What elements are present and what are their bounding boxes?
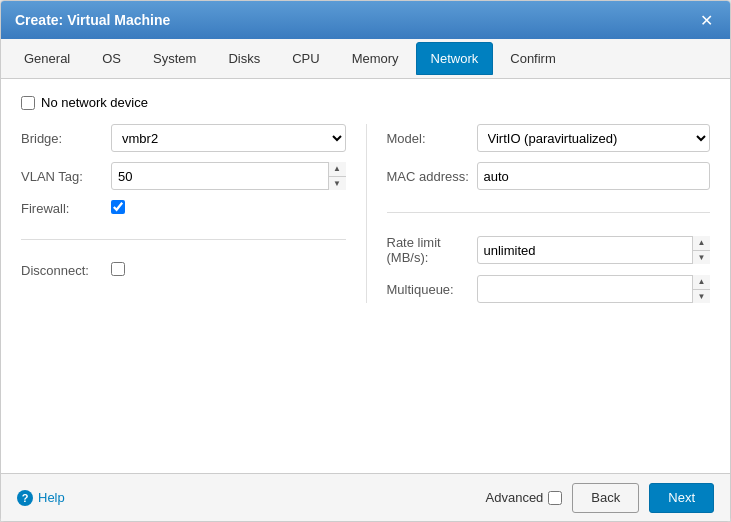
firewall-row: Firewall:: [21, 200, 346, 217]
no-network-checkbox[interactable]: [21, 96, 35, 110]
bridge-select[interactable]: vmbr2: [111, 124, 346, 152]
footer-right: Advanced Back Next: [486, 483, 714, 513]
vlan-down-button[interactable]: ▼: [329, 177, 346, 191]
tab-network[interactable]: Network: [416, 42, 494, 75]
form-grid: Bridge: vmbr2 VLAN Tag: ▲ ▼: [21, 124, 710, 303]
help-button[interactable]: ? Help: [17, 490, 65, 506]
footer-left: ? Help: [17, 490, 65, 506]
tab-disks[interactable]: Disks: [213, 42, 275, 75]
tab-memory[interactable]: Memory: [337, 42, 414, 75]
form-left: Bridge: vmbr2 VLAN Tag: ▲ ▼: [21, 124, 366, 303]
vlan-control: ▲ ▼: [111, 162, 346, 190]
close-button[interactable]: ✕: [696, 10, 716, 30]
multiqueue-row: Multiqueue: ▲ ▼: [387, 275, 711, 303]
tab-cpu[interactable]: CPU: [277, 42, 334, 75]
rate-up-button[interactable]: ▲: [693, 236, 710, 251]
vlan-row: VLAN Tag: ▲ ▼: [21, 162, 346, 190]
divider-left: [21, 239, 346, 240]
rate-control: ▲ ▼: [477, 236, 711, 264]
tab-os[interactable]: OS: [87, 42, 136, 75]
tab-confirm[interactable]: Confirm: [495, 42, 571, 75]
multiqueue-control: ▲ ▼: [477, 275, 711, 303]
model-select[interactable]: VirtIO (paravirtualized): [477, 124, 711, 152]
tab-general[interactable]: General: [9, 42, 85, 75]
firewall-label: Firewall:: [21, 201, 111, 216]
model-control: VirtIO (paravirtualized): [477, 124, 711, 152]
disconnect-row: Disconnect:: [21, 262, 346, 279]
multiqueue-spinner: ▲ ▼: [692, 275, 710, 303]
model-label: Model:: [387, 131, 477, 146]
multiqueue-down-button[interactable]: ▼: [693, 290, 710, 304]
rate-spinner: ▲ ▼: [692, 236, 710, 264]
disconnect-label: Disconnect:: [21, 263, 111, 278]
no-network-label: No network device: [41, 95, 148, 110]
dialog-header: Create: Virtual Machine ✕: [1, 1, 730, 39]
multiqueue-input[interactable]: [477, 275, 711, 303]
create-vm-dialog: Create: Virtual Machine ✕ General OS Sys…: [0, 0, 731, 522]
advanced-checkbox[interactable]: [548, 491, 562, 505]
bridge-label: Bridge:: [21, 131, 111, 146]
vlan-label: VLAN Tag:: [21, 169, 111, 184]
advanced-label: Advanced: [486, 490, 544, 505]
rate-label: Rate limit (MB/s):: [387, 235, 477, 265]
divider-right: [387, 212, 711, 213]
tab-system[interactable]: System: [138, 42, 211, 75]
mac-input[interactable]: [477, 162, 711, 190]
advanced-row: Advanced: [486, 490, 563, 505]
model-row: Model: VirtIO (paravirtualized): [387, 124, 711, 152]
disconnect-control: [111, 262, 346, 279]
dialog-title: Create: Virtual Machine: [15, 12, 170, 28]
vlan-input[interactable]: [111, 162, 346, 190]
back-button[interactable]: Back: [572, 483, 639, 513]
mac-label: MAC address:: [387, 169, 477, 184]
rate-row: Rate limit (MB/s): ▲ ▼: [387, 235, 711, 265]
form-right: Model: VirtIO (paravirtualized) MAC addr…: [366, 124, 711, 303]
next-button[interactable]: Next: [649, 483, 714, 513]
help-label: Help: [38, 490, 65, 505]
bridge-control: vmbr2: [111, 124, 346, 152]
dialog-body: No network device Bridge: vmbr2 VLAN Tag…: [1, 79, 730, 473]
rate-down-button[interactable]: ▼: [693, 251, 710, 265]
mac-control: [477, 162, 711, 190]
multiqueue-up-button[interactable]: ▲: [693, 275, 710, 290]
firewall-checkbox[interactable]: [111, 200, 125, 214]
multiqueue-label: Multiqueue:: [387, 282, 477, 297]
disconnect-checkbox[interactable]: [111, 262, 125, 276]
vlan-up-button[interactable]: ▲: [329, 162, 346, 177]
rate-input[interactable]: [477, 236, 711, 264]
firewall-control: [111, 200, 346, 217]
no-network-row: No network device: [21, 95, 710, 110]
tab-bar: General OS System Disks CPU Memory Netwo…: [1, 39, 730, 79]
vlan-spinner: ▲ ▼: [328, 162, 346, 190]
help-icon: ?: [17, 490, 33, 506]
dialog-footer: ? Help Advanced Back Next: [1, 473, 730, 521]
bridge-row: Bridge: vmbr2: [21, 124, 346, 152]
mac-row: MAC address:: [387, 162, 711, 190]
